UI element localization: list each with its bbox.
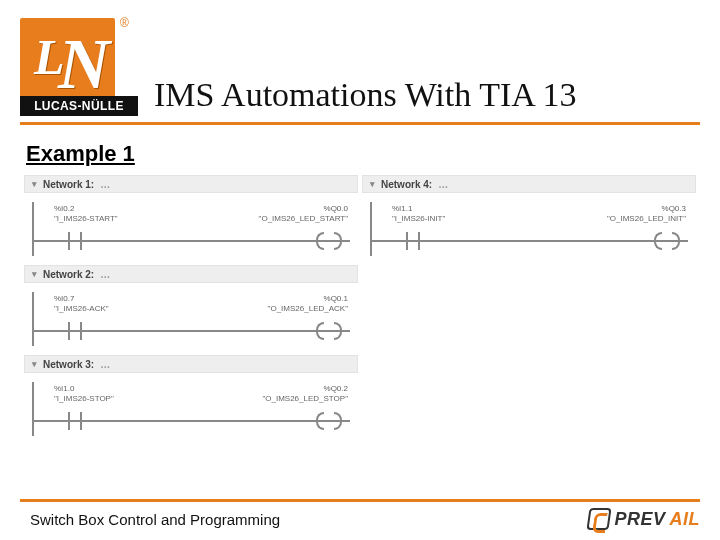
contact-icon — [62, 320, 88, 340]
ladder-diagram-area: ▾ Network 1: … %I0.2 "I_IMS26-START" %Q0… — [24, 175, 696, 442]
coil-icon — [316, 320, 342, 340]
network-header: ▾ Network 2: … — [24, 265, 358, 283]
network-column-left: ▾ Network 1: … %I0.2 "I_IMS26-START" %Q0… — [24, 175, 358, 442]
logo-brand-text: LUCAS-NÜLLE — [34, 99, 124, 113]
input-name: "I_IMS26-STOP" — [54, 394, 114, 403]
network-column-right: ▾ Network 4: … %I1.1 "I_IMS26-INIT" %Q0.… — [362, 175, 696, 442]
network-ellipsis: … — [100, 179, 110, 190]
output-name: "O_IMS26_LED_ACK" — [268, 304, 348, 313]
coil-icon — [316, 410, 342, 430]
coil-icon — [316, 230, 342, 250]
prevail-text-2: AIL — [670, 509, 701, 530]
footer-text: Switch Box Control and Programming — [20, 511, 280, 528]
network-title: Network 1: — [43, 179, 94, 190]
input-address: %I0.7 — [54, 294, 74, 303]
network-title: Network 3: — [43, 359, 94, 370]
output-name: "O_IMS26_LED_STOP" — [262, 394, 348, 403]
contact-icon — [62, 230, 88, 250]
prevail-icon — [587, 508, 612, 530]
ladder-rung: %I1.1 "I_IMS26-INIT" %Q0.3 "O_IMS26_LED_… — [362, 196, 696, 262]
input-address: %I1.0 — [54, 384, 74, 393]
slide-footer: Switch Box Control and Programming PREVA… — [0, 499, 720, 530]
logo-prevail: PREVAIL — [588, 508, 700, 530]
coil-icon — [654, 230, 680, 250]
network-header: ▾ Network 4: … — [362, 175, 696, 193]
contact-icon — [62, 410, 88, 430]
network-ellipsis: … — [100, 359, 110, 370]
ladder-rung: %I0.2 "I_IMS26-START" %Q0.0 "O_IMS26_LED… — [24, 196, 358, 262]
input-address: %I1.1 — [392, 204, 412, 213]
input-name: "I_IMS26-ACK" — [54, 304, 109, 313]
output-address: %Q0.1 — [324, 294, 348, 303]
input-address: %I0.2 — [54, 204, 74, 213]
chevron-down-icon: ▾ — [25, 179, 43, 189]
input-name: "I_IMS26-INIT" — [392, 214, 445, 223]
network-ellipsis: … — [438, 179, 448, 190]
logo-letter-n: N — [58, 28, 110, 100]
ladder-rung: %I1.0 "I_IMS26-STOP" %Q0.2 "O_IMS26_LED_… — [24, 376, 358, 442]
prevail-text-1: PREV — [614, 509, 665, 530]
page-title: IMS Automations With TIA 13 — [154, 76, 700, 120]
registered-icon: ® — [120, 16, 129, 30]
chevron-down-icon: ▾ — [25, 269, 43, 279]
network-title: Network 2: — [43, 269, 94, 280]
input-name: "I_IMS26-START" — [54, 214, 118, 223]
network-header: ▾ Network 3: … — [24, 355, 358, 373]
slide-header: L N ® LUCAS-NÜLLE IMS Automations With T… — [20, 10, 700, 125]
chevron-down-icon: ▾ — [25, 359, 43, 369]
contact-icon — [400, 230, 426, 250]
section-heading: Example 1 — [26, 141, 700, 167]
network-title: Network 4: — [381, 179, 432, 190]
logo-lucas-nulle: L N ® LUCAS-NÜLLE — [20, 10, 140, 120]
chevron-down-icon: ▾ — [363, 179, 381, 189]
output-address: %Q0.3 — [662, 204, 686, 213]
network-header: ▾ Network 1: … — [24, 175, 358, 193]
output-address: %Q0.0 — [324, 204, 348, 213]
output-address: %Q0.2 — [324, 384, 348, 393]
output-name: "O_IMS26_LED_START" — [259, 214, 348, 223]
ladder-rung: %I0.7 "I_IMS26-ACK" %Q0.1 "O_IMS26_LED_A… — [24, 286, 358, 352]
network-ellipsis: … — [100, 269, 110, 280]
output-name: "O_IMS26_LED_INIT" — [607, 214, 686, 223]
